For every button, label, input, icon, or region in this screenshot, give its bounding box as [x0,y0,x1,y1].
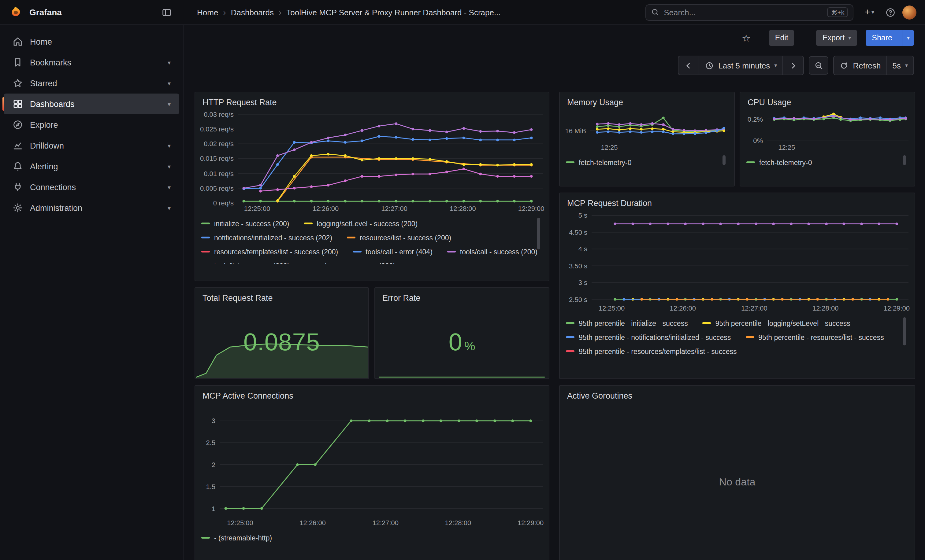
legend-item[interactable]: fetch-telemetry-0 [746,155,812,169]
legend-item[interactable]: notifications/initialized - success (202… [201,230,332,245]
y-tick: 1.5 [206,483,215,490]
legend-item[interactable]: resources/templates/list - success (200) [201,245,338,258]
stat-body: 0.0875 [195,306,368,378]
refresh-interval-picker[interactable]: 5s ▾ [886,56,913,75]
panel-title[interactable]: MCP Request Duration [560,193,914,211]
chevron-down-icon[interactable]: ▾ [168,142,171,149]
legend-item[interactable]: 95th percentile - notifications/initiali… [566,330,731,344]
panel-title[interactable]: Active Goroutines [560,386,914,404]
legend-label: 95th percentile - notifications/initiali… [579,333,731,341]
favorite-star-button[interactable]: ☆ [742,32,751,44]
legend-item[interactable]: 95th percentile - initialize - success [566,316,688,330]
panel-title[interactable]: Memory Usage [560,92,734,110]
legend-scrollbar[interactable] [723,155,726,165]
legend-item[interactable]: 95th percentile - resources/templates/li… [566,344,737,358]
grafana-flame-icon [9,6,23,19]
http-request-rate-chart[interactable] [238,111,542,203]
time-controls: Last 5 minutes ▾ Refresh [184,51,925,84]
x-tick: 12:26:00 [313,205,339,212]
legend-item[interactable]: tools/call - error (404) [353,245,432,258]
share-dropdown-button[interactable]: ▾ [902,30,914,46]
sidebar-item-drilldown[interactable]: Drilldown ▾ [4,135,179,156]
panel-title[interactable]: CPU Usage [740,92,914,110]
legend-label: fetch-telemetry-0 [579,159,632,166]
legend-item[interactable]: initialize - success (200) [201,216,289,230]
legend-swatch [746,336,754,338]
time-shift-back-button[interactable] [678,56,699,75]
export-button[interactable]: Export ▾ [817,30,857,46]
time-shift-forward-button[interactable] [782,56,803,75]
chevron-down-icon[interactable]: ▾ [168,184,171,191]
y-axis: 0.2% 0% [744,111,767,143]
x-tick: 12:29:00 [518,205,544,212]
sidebar-item-label: Drilldown [30,141,161,150]
legend-swatch [566,350,574,352]
clock-icon [705,61,714,70]
x-tick: 12:27:00 [381,205,407,212]
panel-title[interactable]: HTTP Request Rate [195,92,549,110]
sidebar-item-home[interactable]: Home [4,31,179,52]
time-range-picker[interactable]: Last 5 minutes ▾ [699,56,782,75]
mcp-request-duration-chart[interactable] [592,212,908,303]
panel-title[interactable]: MCP Active Connections [195,386,549,404]
user-avatar[interactable] [902,5,916,19]
mcp-active-connections-chart[interactable] [220,412,542,517]
chevron-right-icon [789,61,798,70]
x-tick: 12:25:00 [227,519,253,526]
legend-item[interactable]: resources/list - success (200) [347,230,451,245]
chevron-down-icon[interactable]: ▾ [168,204,171,211]
chevron-down-icon[interactable]: ▾ [168,59,171,66]
legend-item[interactable]: - (streamable-http) [201,531,272,545]
legend-item[interactable]: 95th percentile - logging/setLevel - suc… [703,316,850,330]
legend-swatch [566,336,574,338]
share-label: Share [866,34,898,42]
sidebar-toggle-button[interactable] [158,4,175,21]
edit-button[interactable]: Edit [769,30,794,46]
legend-scrollbar[interactable] [537,218,540,249]
chevron-down-icon[interactable]: ▾ [168,163,171,170]
sidebar-item-label: Connections [30,183,161,192]
legend: fetch-telemetry-0 [746,155,906,170]
sidebar-item-starred[interactable]: Starred ▾ [4,73,179,93]
y-tick: 3 [212,417,215,425]
refresh-button[interactable]: Refresh [834,56,886,75]
grafana-logo[interactable] [9,5,23,20]
chevron-down-icon[interactable]: ▾ [168,80,171,87]
sidebar-item-bookmarks[interactable]: Bookmarks ▾ [4,52,179,73]
memory-usage-chart[interactable] [591,111,728,143]
breadcrumb-dashboards[interactable]: Dashboards [231,8,274,17]
legend-item[interactable]: fetch-telemetry-0 [566,155,632,169]
legend-scrollbar[interactable] [903,317,906,345]
chevron-down-icon: ▾ [905,63,908,68]
legend-item[interactable]: unknown - success (200) [304,258,396,264]
panel-title[interactable]: Total Request Rate [195,288,368,306]
sidebar-item-explore[interactable]: Explore [4,114,179,135]
legend-label: resources/templates/list - success (200) [214,248,338,255]
panel-title[interactable]: Error Rate [375,288,549,306]
x-axis: 12:25 [587,143,728,153]
sidebar-item-dashboards[interactable]: Dashboards ▾ [4,93,179,114]
cpu-usage-chart[interactable] [767,111,908,143]
dashboards-grid-icon [12,98,23,110]
sidebar-item-alerting[interactable]: Alerting ▾ [4,156,179,177]
zoom-out-button[interactable] [809,56,829,75]
sidebar-item-administration[interactable]: Administration ▾ [4,197,179,218]
breadcrumb-home[interactable]: Home [197,8,218,17]
legend-item[interactable]: logging/setLevel - success (200) [304,216,417,230]
x-axis: 12:25 [764,143,908,153]
legend: - (streamable-http) [201,531,540,546]
legend-scrollbar[interactable] [903,155,906,165]
sidebar-nav: Home Bookmarks ▾ Starred ▾ Dashboards ▾ … [0,25,184,560]
add-new-button[interactable]: + ▾ [861,6,878,19]
share-button[interactable]: Share ▾ [866,30,914,46]
search-icon [651,8,660,17]
chevron-down-icon[interactable]: ▾ [168,101,171,107]
legend-item[interactable]: 95th percentile - resources/list - succe… [746,330,884,344]
sidebar-item-label: Home [30,37,171,46]
stat-body: 0 % [375,306,549,378]
help-button[interactable] [881,4,899,21]
search-input[interactable]: Search... ⌘+k [645,4,853,21]
sidebar-item-connections[interactable]: Connections ▾ [4,177,179,197]
legend-item[interactable]: tools/list - success (200) [201,258,290,264]
legend-item[interactable]: tools/call - success (200) [447,245,538,258]
